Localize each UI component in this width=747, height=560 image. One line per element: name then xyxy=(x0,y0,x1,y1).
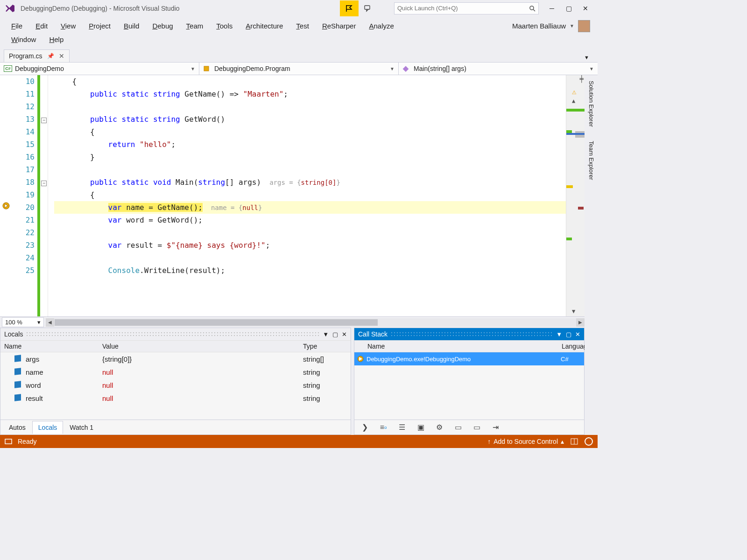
code-line[interactable]: var word = GetWord(); xyxy=(54,214,566,226)
menu-test[interactable]: Test xyxy=(289,19,316,33)
document-tab[interactable]: Program.cs 📌 ✕ xyxy=(4,49,70,62)
code-line[interactable]: { xyxy=(54,75,566,88)
bottom-tab-watch-1[interactable]: Watch 1 xyxy=(64,421,99,434)
menu-debug[interactable]: Debug xyxy=(146,19,179,33)
code-line[interactable]: } xyxy=(54,151,566,163)
zoom-dropdown[interactable]: 100 %▾ xyxy=(2,317,44,327)
fold-icon[interactable]: − xyxy=(41,118,47,123)
tab-close-icon[interactable]: ✕ xyxy=(59,52,64,60)
panel-pin-icon[interactable]: ▢ xyxy=(566,331,571,338)
code-minimap[interactable]: ╪ ⚠ ▲ ▼ xyxy=(566,75,585,316)
code-line[interactable] xyxy=(54,226,566,239)
cs-settings-icon[interactable]: ⚙ xyxy=(434,423,445,432)
pin-icon[interactable]: 📌 xyxy=(47,53,54,59)
maximize-button[interactable]: ▢ xyxy=(560,2,577,15)
panel-pin-icon[interactable]: ▢ xyxy=(332,331,338,338)
svg-rect-3 xyxy=(204,66,209,71)
tool-tab-solution-explorer[interactable]: Solution Explorer xyxy=(587,78,596,130)
locals-col-value[interactable]: Value xyxy=(99,343,299,350)
code-line[interactable]: public static string GetName() => "Maart… xyxy=(54,88,566,100)
quick-launch-input[interactable]: Quick Launch (Ctrl+Q) xyxy=(394,2,539,14)
code-line[interactable]: var result = $"{name} says {word}!"; xyxy=(54,239,566,252)
menu-bar: FileEditViewProjectBuildDebugTeamToolsAr… xyxy=(0,16,598,48)
menu-edit[interactable]: Edit xyxy=(29,19,54,33)
code-editor[interactable]: 10111213141516171819202122232425 −− { pu… xyxy=(0,75,585,316)
variable-icon xyxy=(14,394,21,401)
scroll-thumb[interactable] xyxy=(55,319,378,326)
cs-export-icon[interactable]: ⇥ xyxy=(490,423,501,432)
nav-class-dropdown[interactable]: DebuggingDemo.Program▼ xyxy=(199,63,399,75)
notifications-icon[interactable] xyxy=(585,437,593,446)
editor-footer: 100 %▾ ◀ ▶ xyxy=(0,316,585,328)
code-line[interactable]: var name = GetName();name = {null} xyxy=(54,201,566,214)
split-icon[interactable]: ╪ xyxy=(580,75,584,83)
cs-prompt-icon[interactable]: ❯ xyxy=(359,423,370,432)
minimize-button[interactable]: ─ xyxy=(543,2,560,15)
menu-analyze[interactable]: Analyze xyxy=(362,19,400,33)
source-control-button[interactable]: ↑Add to Source Control▴ xyxy=(487,438,564,445)
menu-file[interactable]: File xyxy=(5,19,29,33)
locals-row[interactable]: namenullstring xyxy=(0,365,351,378)
callstack-col-name[interactable]: Name xyxy=(354,343,558,350)
tab-overflow-icon[interactable]: ▼ xyxy=(580,53,593,62)
cs-frames-icon[interactable]: ▣ xyxy=(415,423,426,432)
menu-help[interactable]: Help xyxy=(42,33,70,46)
scroll-right-icon[interactable]: ▶ xyxy=(576,318,585,327)
code-line[interactable]: public static void Main(string[] args)ar… xyxy=(54,176,566,189)
cs-threads-icon[interactable]: ☰ xyxy=(396,423,408,432)
callstack-col-lang[interactable]: Language xyxy=(558,343,584,350)
status-layout-icon[interactable] xyxy=(571,438,578,445)
feedback-flag-icon[interactable] xyxy=(340,0,359,16)
scroll-up-icon[interactable]: ▲ xyxy=(572,98,575,104)
locals-row[interactable]: args{string[0]}string[] xyxy=(0,352,351,365)
panel-dropdown-icon[interactable]: ▼ xyxy=(323,331,329,338)
code-line[interactable]: { xyxy=(54,126,566,138)
menu-resharper[interactable]: ReSharper xyxy=(316,19,363,33)
scroll-left-icon[interactable]: ◀ xyxy=(46,318,54,327)
code-line[interactable]: return "hello"; xyxy=(54,138,566,151)
cs-cmd2-icon[interactable]: ▭ xyxy=(471,423,482,432)
code-line[interactable] xyxy=(54,100,566,113)
menu-build[interactable]: Build xyxy=(117,19,146,33)
callstack-row[interactable]: DebuggingDemo.exe!DebuggingDemoC# xyxy=(354,352,584,365)
tool-tab-team-explorer[interactable]: Team Explorer xyxy=(587,138,596,183)
scroll-down-icon[interactable]: ▼ xyxy=(572,308,575,315)
locals-row[interactable]: resultnullstring xyxy=(0,392,351,405)
nav-project-dropdown[interactable]: C# DebuggingDemo▼ xyxy=(0,63,199,75)
method-icon xyxy=(402,65,411,72)
cs-filter-icon[interactable]: ≡o xyxy=(378,423,389,432)
send-feedback-icon[interactable] xyxy=(364,4,373,13)
horizontal-scrollbar[interactable]: ◀ ▶ xyxy=(46,318,585,327)
menu-view[interactable]: View xyxy=(54,19,82,33)
menu-architecture[interactable]: Architecture xyxy=(239,19,289,33)
title-bar: DebuggingDemo (Debugging) - Microsoft Vi… xyxy=(0,0,598,16)
bottom-tab-locals[interactable]: Locals xyxy=(32,421,63,434)
code-line[interactable]: public static string GetWord() xyxy=(54,113,566,126)
svg-rect-0 xyxy=(365,6,370,9)
cs-cmd1-icon[interactable]: ▭ xyxy=(452,423,464,432)
locals-col-type[interactable]: Type xyxy=(299,343,351,350)
menu-project[interactable]: Project xyxy=(82,19,117,33)
menu-tools[interactable]: Tools xyxy=(210,19,239,33)
code-line[interactable] xyxy=(54,252,566,264)
locals-row[interactable]: wordnullstring xyxy=(0,378,351,392)
fold-icon[interactable]: − xyxy=(41,181,47,186)
vs-logo-icon xyxy=(4,2,16,14)
close-button[interactable]: ✕ xyxy=(577,2,594,15)
nav-method-dropdown[interactable]: Main(string[] args)▼ xyxy=(399,63,598,75)
user-name[interactable]: Maarten Balliauw xyxy=(512,22,566,30)
menu-window[interactable]: Window xyxy=(5,33,42,46)
menu-team[interactable]: Team xyxy=(180,19,210,33)
panel-dropdown-icon[interactable]: ▼ xyxy=(556,331,562,338)
code-line[interactable] xyxy=(54,163,566,176)
status-icon xyxy=(5,438,13,445)
quick-launch-placeholder: Quick Launch (Ctrl+Q) xyxy=(397,5,529,12)
code-line[interactable]: Console.WriteLine(result); xyxy=(54,264,566,277)
panel-close-icon[interactable]: ✕ xyxy=(342,331,347,338)
bottom-tab-autos[interactable]: Autos xyxy=(3,421,31,434)
code-line[interactable]: { xyxy=(54,189,566,201)
locals-col-name[interactable]: Name xyxy=(0,343,99,350)
avatar[interactable] xyxy=(578,20,590,32)
svg-rect-4 xyxy=(403,66,409,72)
panel-close-icon[interactable]: ✕ xyxy=(575,331,580,338)
